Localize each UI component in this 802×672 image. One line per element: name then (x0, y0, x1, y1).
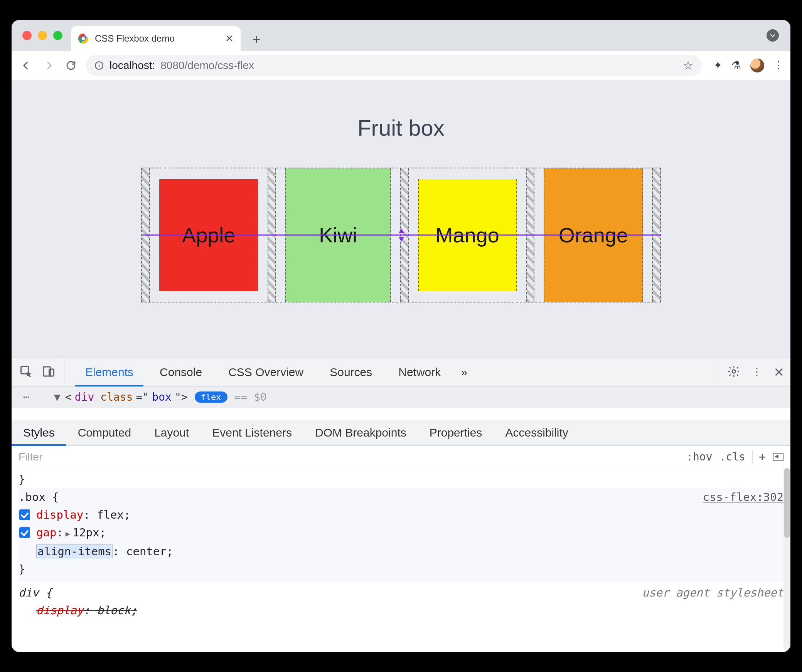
tab-list-button[interactable] (767, 29, 779, 42)
dom-tag-name: div (75, 391, 94, 403)
styles-tab-properties[interactable]: Properties (418, 420, 494, 445)
rule-box[interactable]: css-flex:302 .box { display: flex; gap:▶… (19, 488, 783, 581)
address-bar[interactable]: localhost:8080/demo/css-flex ☆ (86, 55, 702, 76)
labs-icon[interactable]: ⚗ (731, 59, 741, 72)
rule-close-brace: } (19, 560, 783, 578)
dom-expand-caret-icon[interactable]: ▼ (54, 391, 61, 403)
devtools-more-tabs-icon[interactable]: » (454, 358, 474, 386)
shorthand-expand-icon[interactable]: ▶ (66, 529, 70, 538)
close-window-button[interactable] (22, 31, 32, 40)
devtools-tab-elements[interactable]: Elements (72, 358, 147, 386)
window-controls (22, 31, 62, 40)
maximize-window-button[interactable] (53, 31, 62, 40)
rule-selector: div { (19, 586, 52, 599)
browser-window: CSS Flexbox demo ✕ ＋ localhost:8080/demo… (12, 20, 790, 652)
new-declaration-prop-input[interactable]: align-items (36, 544, 113, 558)
devtools-main-tabs: Elements Console CSS Overview Sources Ne… (12, 358, 790, 386)
styles-subpanel-tabs: Styles Computed Layout Event Listeners D… (12, 420, 790, 446)
declaration-prop[interactable]: gap (36, 526, 56, 539)
class-toggle-button[interactable]: .cls (719, 450, 745, 463)
tab-favicon-icon (78, 33, 89, 44)
page-viewport: Fruit box Apple Kiwi Mango Orange (12, 80, 790, 358)
forward-button[interactable] (41, 58, 56, 73)
minimize-window-button[interactable] (38, 31, 47, 40)
devtools-settings-icon[interactable] (727, 365, 740, 380)
styles-filter-row: Filter :hov .cls + (12, 446, 790, 468)
styles-filter-input[interactable]: Filter (19, 451, 42, 463)
declaration-value: block (97, 604, 130, 617)
declaration-checkbox[interactable] (19, 527, 30, 538)
devtools-panel: Elements Console CSS Overview Sources Ne… (12, 358, 790, 652)
extensions-icon[interactable]: ✦ (713, 59, 722, 72)
dom-flex-badge[interactable]: flex (195, 391, 227, 403)
dom-selected-indicator: == $0 (234, 391, 267, 403)
svg-point-8 (732, 370, 736, 373)
hover-toggle-button[interactable]: :hov (686, 450, 712, 463)
dom-next-line-peek (12, 408, 790, 420)
dom-attr-value: box (152, 391, 172, 403)
rule-source-link[interactable]: css-flex:302 (703, 488, 783, 506)
svg-point-1 (82, 37, 85, 40)
dom-selected-node[interactable]: ⋯ ▼ <div class="box"> flex == $0 (12, 386, 790, 408)
devtools-close-icon[interactable]: ✕ (773, 365, 784, 380)
declaration-value[interactable]: flex (97, 508, 124, 521)
profile-avatar[interactable] (750, 59, 764, 72)
declaration-checkbox[interactable] (19, 509, 30, 520)
dom-attr-name: class (100, 391, 133, 403)
url-path: 8080/demo/css-flex (160, 59, 254, 72)
dom-breadcrumb-ellipsis-icon[interactable]: ⋯ (23, 391, 30, 403)
inspect-element-icon[interactable] (19, 365, 33, 380)
devtools-tab-network[interactable]: Network (385, 358, 454, 386)
declaration-value[interactable]: 12px (72, 526, 99, 539)
styles-tab-computed[interactable]: Computed (66, 420, 143, 445)
devtools-tab-console[interactable]: Console (147, 358, 215, 386)
browser-toolbar: localhost:8080/demo/css-flex ☆ ✦ ⚗ ⋮ (12, 51, 790, 80)
page-heading: Fruit box (357, 115, 445, 141)
declaration-prop: display (36, 604, 83, 617)
site-info-icon[interactable] (94, 60, 104, 71)
styles-scrollbar[interactable] (783, 468, 790, 652)
new-tab-button[interactable]: ＋ (248, 30, 265, 48)
rule-user-agent: user agent stylesheet div { display: blo… (19, 584, 783, 622)
tab-close-icon[interactable]: ✕ (225, 33, 234, 45)
styles-tab-event-listeners[interactable]: Event Listeners (200, 420, 303, 445)
styles-tab-dom-breakpoints[interactable]: DOM Breakpoints (303, 420, 418, 445)
tab-title: CSS Flexbox demo (95, 33, 175, 44)
styles-tab-accessibility[interactable]: Accessibility (494, 420, 580, 445)
chrome-menu-icon[interactable]: ⋮ (773, 59, 783, 71)
new-style-rule-button[interactable]: + (752, 450, 766, 464)
url-host: localhost: (110, 59, 155, 72)
declaration-prop[interactable]: display (36, 508, 83, 521)
style-rules-pane[interactable]: } css-flex:302 .box { display: flex; gap… (12, 468, 790, 652)
tab-strip: CSS Flexbox demo ✕ ＋ (12, 20, 790, 51)
back-button[interactable] (19, 58, 34, 73)
scrollbar-thumb[interactable] (784, 468, 790, 538)
flex-align-handle-icon[interactable] (397, 230, 405, 240)
flex-demo-area: Apple Kiwi Mango Orange (141, 168, 661, 302)
toolbar-right: ✦ ⚗ ⋮ (713, 59, 783, 72)
rule-selector[interactable]: .box { (19, 491, 59, 504)
devtools-tab-sources[interactable]: Sources (317, 358, 385, 386)
device-toolbar-icon[interactable] (42, 365, 56, 380)
styles-tab-styles[interactable]: Styles (12, 420, 66, 445)
computed-panel-toggle-icon[interactable] (773, 453, 783, 461)
ua-stylesheet-label: user agent stylesheet (642, 584, 783, 601)
new-declaration-value-input[interactable]: center (126, 545, 167, 558)
browser-tab[interactable]: CSS Flexbox demo ✕ (71, 26, 241, 51)
devtools-tab-css-overview[interactable]: CSS Overview (215, 358, 317, 386)
reload-button[interactable] (63, 58, 79, 73)
flex-container-overlay[interactable]: Apple Kiwi Mango Orange (141, 168, 661, 302)
devtools-menu-icon[interactable]: ⋮ (752, 366, 762, 378)
bookmark-star-icon[interactable]: ☆ (683, 59, 693, 72)
styles-tab-layout[interactable]: Layout (143, 420, 200, 445)
prev-rule-close: } (19, 470, 783, 488)
